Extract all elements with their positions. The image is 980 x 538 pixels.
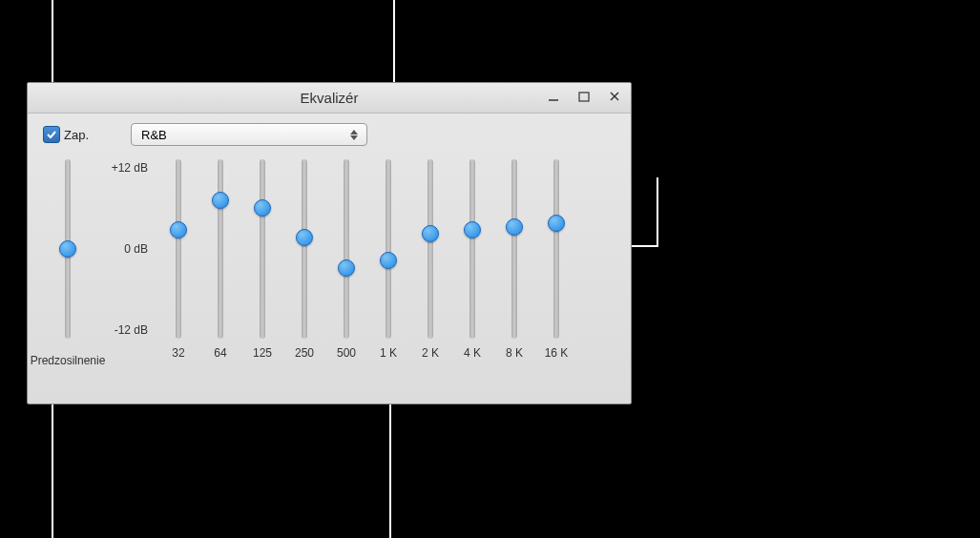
band-thumb[interactable] — [296, 229, 313, 246]
db-scale: +12 dB 0 dB -12 dB — [93, 159, 157, 339]
band-slider[interactable] — [218, 159, 223, 339]
band-250: 250 — [283, 159, 325, 367]
maximize-button[interactable] — [573, 87, 594, 106]
band-thumb[interactable] — [254, 199, 271, 217]
scale-max: +12 dB — [112, 161, 148, 175]
band-4K: 4 K — [451, 159, 493, 367]
band-32: 32 — [157, 159, 199, 367]
band-thumb[interactable] — [338, 259, 355, 277]
band-500: 500 — [325, 159, 367, 367]
band-freq-label: 16 K — [545, 346, 569, 360]
band-8K: 8 K — [493, 159, 535, 367]
equalizer-body: Predzosilnenie +12 dB 0 dB -12 dB 326412… — [28, 152, 631, 377]
band-slider[interactable] — [176, 159, 181, 339]
band-slider[interactable] — [344, 159, 349, 339]
band-slider[interactable] — [302, 159, 307, 339]
select-arrows-icon — [347, 130, 361, 140]
preamp-slider[interactable] — [65, 159, 71, 339]
band-thumb[interactable] — [380, 252, 397, 269]
preamp-thumb[interactable] — [59, 240, 76, 258]
callout-line — [657, 177, 658, 247]
preset-select[interactable]: R&B — [131, 123, 367, 146]
band-16K: 16 K — [535, 159, 577, 367]
enable-label: Zap. — [64, 128, 89, 142]
band-thumb[interactable] — [464, 221, 481, 238]
svg-rect-1 — [579, 93, 589, 101]
band-slider[interactable] — [260, 159, 265, 339]
band-slider[interactable] — [469, 159, 475, 339]
band-thumb[interactable] — [422, 225, 439, 242]
enable-checkbox[interactable] — [43, 126, 60, 143]
band-64: 64 — [199, 159, 241, 367]
band-freq-label: 500 — [337, 346, 356, 360]
band-slider[interactable] — [427, 159, 433, 339]
window-controls — [543, 87, 625, 106]
band-freq-label: 8 K — [506, 346, 523, 360]
band-slider[interactable] — [386, 159, 391, 339]
band-freq-label: 64 — [214, 346, 226, 360]
preamp-label: Predzosilnenie — [31, 354, 106, 367]
window-title: Ekvalizér — [301, 90, 359, 106]
minimize-button[interactable] — [543, 87, 564, 106]
checkmark-icon — [46, 129, 57, 140]
band-thumb[interactable] — [212, 192, 229, 209]
equalizer-window: Ekvalizér Zap. R&B — [27, 82, 632, 404]
band-freq-label: 1 K — [380, 346, 397, 360]
band-thumb[interactable] — [506, 218, 523, 236]
band-freq-label: 4 K — [464, 346, 481, 360]
scale-mid: 0 dB — [124, 242, 148, 256]
band-2K: 2 K — [409, 159, 451, 367]
bands-section: 32641252505001 K2 K4 K8 K16 K — [157, 159, 615, 367]
band-1K: 1 K — [367, 159, 409, 367]
band-thumb[interactable] — [170, 221, 187, 238]
preset-value: R&B — [141, 128, 167, 142]
band-freq-label: 2 K — [422, 346, 439, 360]
titlebar: Ekvalizér — [28, 83, 631, 114]
band-freq-label: 125 — [253, 346, 272, 360]
svg-marker-4 — [350, 130, 358, 134]
preamp-section: Predzosilnenie — [43, 159, 93, 367]
controls-row: Zap. R&B — [28, 114, 631, 152]
band-slider[interactable] — [511, 159, 517, 339]
svg-marker-5 — [350, 135, 358, 140]
scale-min: -12 dB — [115, 323, 148, 337]
enable-checkbox-wrap: Zap. — [43, 126, 89, 143]
band-thumb[interactable] — [548, 215, 565, 232]
band-125: 125 — [241, 159, 283, 367]
band-freq-label: 32 — [172, 346, 184, 360]
band-freq-label: 250 — [295, 346, 314, 360]
close-button[interactable] — [604, 87, 625, 106]
callout-line — [389, 394, 391, 538]
band-slider[interactable] — [553, 159, 559, 339]
